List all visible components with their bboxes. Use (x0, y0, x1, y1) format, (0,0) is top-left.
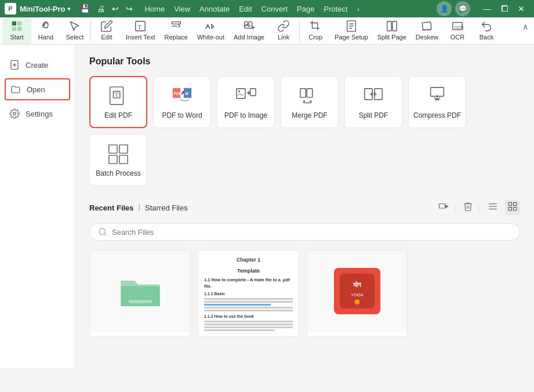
file-thumbnail-folder (90, 251, 190, 332)
file-card-folder[interactable] (89, 250, 191, 337)
svg-rect-31 (250, 89, 256, 96)
toolbar-hand[interactable]: Hand (31, 17, 60, 44)
list-view-btn[interactable] (485, 200, 500, 215)
menu-annotate[interactable]: Annotate (195, 3, 234, 14)
maximize-btn[interactable]: ⧠ (496, 3, 513, 14)
toolbar-link[interactable]: Link (269, 17, 298, 44)
toolbar-link-label: Link (278, 34, 289, 41)
menu-page[interactable]: Page (292, 3, 319, 14)
toolbar-back[interactable]: Back (472, 17, 501, 44)
pdf-to-image-icon (234, 85, 257, 108)
svg-rect-35 (375, 89, 382, 100)
pdf-to-image-label: PDF to Image (224, 111, 267, 119)
svg-rect-0 (12, 21, 16, 26)
svg-rect-38 (109, 145, 117, 153)
open-icon (10, 84, 21, 95)
toolbar-ocr-label: OCR (451, 34, 464, 41)
files-header: Recent Files | Starred Files | | (89, 200, 520, 215)
tab-recent-files[interactable]: Recent Files (89, 202, 134, 213)
sidebar-item-create[interactable]: Create (0, 54, 75, 76)
menu-convert[interactable]: Convert (257, 3, 293, 14)
toolbar-crop[interactable]: Crop (301, 17, 330, 44)
toolbar-select-label: Select (66, 34, 84, 41)
chat-icon[interactable]: 💬 (455, 1, 470, 16)
toolbar-edit[interactable]: Edit (92, 17, 121, 44)
toolbar-page-setup-label: Page Setup (335, 34, 368, 41)
svg-point-30 (238, 90, 240, 92)
sidebar-item-settings[interactable]: Settings (0, 103, 75, 125)
menu-protect[interactable]: Protect (319, 3, 352, 14)
toolbar-start-label: Start (10, 34, 23, 41)
svg-rect-14 (423, 22, 432, 30)
menu-edit[interactable]: Edit (234, 3, 256, 14)
minimize-btn[interactable]: — (478, 3, 496, 14)
toolbar-split-page[interactable]: Split Page (373, 17, 411, 44)
app-logo: P (5, 3, 16, 14)
batch-process-icon (107, 143, 130, 166)
sidebar-item-open[interactable]: Open (5, 78, 70, 100)
toolbar-insert-text[interactable]: T Insert Text (121, 17, 160, 44)
svg-text:W: W (185, 92, 189, 96)
menu-more[interactable]: › (353, 3, 364, 14)
toolbar-select[interactable]: Select (60, 17, 89, 44)
file-card-document[interactable]: Chapter 1 Template 1.1 How to complete -… (198, 250, 299, 337)
toolbar-collapse[interactable]: ∧ (522, 22, 528, 31)
menu-home[interactable]: Home (140, 3, 169, 14)
import-btn[interactable] (437, 200, 450, 215)
toolbar-hand-label: Hand (38, 34, 53, 41)
files-tabs: Recent Files | Starred Files (89, 202, 188, 213)
compress-pdf-label: Compress PDF (413, 111, 461, 119)
save-btn[interactable]: 💾 (78, 3, 92, 14)
user-icon[interactable]: 👤 (437, 1, 452, 16)
tool-merge-pdf[interactable]: Merge PDF (281, 76, 339, 128)
search-input[interactable] (112, 228, 511, 237)
svg-point-53 (99, 228, 106, 235)
toolbar: Start Hand Select Edit T Insert Text (0, 17, 534, 45)
svg-line-54 (104, 234, 106, 235)
tab-starred-files[interactable]: Starred Files (145, 202, 188, 213)
popular-tools-title: Popular Tools (89, 56, 520, 67)
close-btn[interactable]: ✕ (513, 3, 529, 14)
grid-view-btn[interactable] (505, 200, 520, 215)
toolbar-ocr[interactable]: OCR OCR (443, 17, 472, 44)
files-grid: Chapter 1 Template 1.1 How to complete -… (89, 250, 520, 337)
svg-point-59 (354, 299, 359, 304)
svg-text:T: T (115, 92, 118, 98)
undo-btn[interactable]: ↩ (110, 3, 121, 14)
logo-text: P (8, 5, 12, 12)
tool-batch-process[interactable]: Batch Process (89, 134, 147, 186)
toolbar-start[interactable]: Start (2, 17, 31, 44)
redo-btn[interactable]: ↪ (123, 3, 135, 14)
action-sep2: | (479, 204, 481, 212)
sidebar-settings-label: Settings (26, 110, 53, 118)
window-controls: — ⧠ ✕ (478, 3, 529, 14)
print-btn[interactable]: 🖨 (95, 3, 107, 14)
tool-split-pdf[interactable]: Split PDF (344, 76, 402, 128)
toolbar-white-out[interactable]: White-out (192, 17, 229, 44)
toolbar-deskew-label: Deskew (416, 34, 438, 41)
svg-rect-12 (387, 21, 391, 31)
menu-bar: Home View Annotate Edit Convert Page Pro… (140, 3, 364, 14)
toolbar-page-setup[interactable]: Page Setup (330, 17, 373, 44)
tool-edit-pdf[interactable]: T Edit PDF (89, 76, 147, 128)
toolbar-deskew[interactable]: Deskew (411, 17, 443, 44)
toolbar-replace[interactable]: Replace (160, 17, 192, 44)
search-icon (98, 227, 107, 237)
file-card-logo[interactable]: योग YOGA (306, 250, 408, 337)
toolbar-white-out-label: White-out (197, 34, 224, 41)
batch-process-label: Batch Process (96, 169, 140, 177)
sidebar: Create Open Settings (0, 45, 75, 368)
toolbar-edit-label: Edit (101, 34, 112, 41)
title-dropdown[interactable]: ▾ (67, 5, 71, 13)
menu-view[interactable]: View (169, 3, 195, 14)
svg-rect-51 (508, 208, 511, 210)
tool-pdf-to-word[interactable]: PDF W PDF to Word (153, 76, 211, 128)
tool-compress-pdf[interactable]: Compress PDF (408, 76, 466, 128)
file-thumbnail-document: Chapter 1 Template 1.1 How to complete -… (198, 251, 299, 332)
toolbar-add-image[interactable]: Add Image (229, 17, 269, 44)
tool-pdf-to-image[interactable]: PDF to Image (217, 76, 275, 128)
title-right: 👤 💬 — ⧠ ✕ (437, 1, 529, 16)
svg-rect-37 (431, 88, 444, 96)
sidebar-create-label: Create (26, 61, 48, 70)
delete-btn[interactable] (462, 200, 474, 215)
